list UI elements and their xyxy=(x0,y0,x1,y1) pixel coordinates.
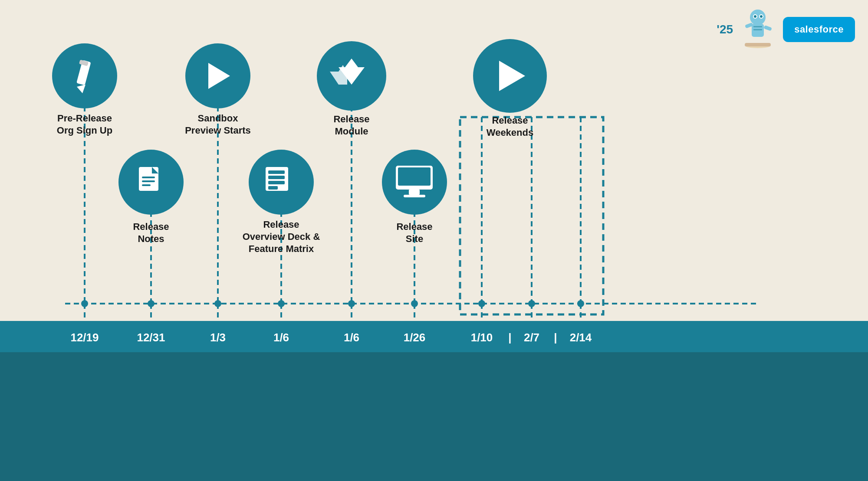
svg-text:Sandbox: Sandbox xyxy=(198,113,239,124)
salesforce-logo: salesforce xyxy=(783,17,855,42)
year-badge: '25 xyxy=(717,23,733,36)
svg-text:1/3: 1/3 xyxy=(210,331,226,344)
svg-text:12/19: 12/19 xyxy=(70,331,99,344)
svg-text:1/6: 1/6 xyxy=(344,331,359,344)
svg-rect-98 xyxy=(0,321,868,352)
svg-text:|: | xyxy=(554,331,557,344)
timeline-svg: .milestone-label { font-family: Arial, s… xyxy=(0,0,868,481)
svg-rect-35 xyxy=(142,177,155,178)
svg-rect-55 xyxy=(268,176,285,179)
svg-text:Weekends: Weekends xyxy=(487,127,533,138)
svg-text:1/10: 1/10 xyxy=(471,331,493,344)
svg-rect-36 xyxy=(142,180,155,182)
svg-rect-54 xyxy=(268,170,285,174)
svg-rect-78 xyxy=(404,195,425,197)
svg-text:1/6: 1/6 xyxy=(273,331,289,344)
svg-text:Release: Release xyxy=(333,114,369,124)
astro-character xyxy=(740,9,776,50)
svg-text:2/14: 2/14 xyxy=(570,331,592,344)
svg-text:Release: Release xyxy=(133,221,169,232)
svg-text:Notes: Notes xyxy=(138,233,164,244)
svg-rect-16 xyxy=(763,25,772,31)
svg-text:Site: Site xyxy=(406,233,423,244)
svg-text:Feature Matrix: Feature Matrix xyxy=(249,243,314,254)
svg-rect-37 xyxy=(142,184,151,186)
svg-rect-14 xyxy=(753,29,762,30)
svg-text:Overview Deck &: Overview Deck & xyxy=(243,231,320,242)
svg-text:Release: Release xyxy=(396,221,432,232)
svg-text:Release: Release xyxy=(263,219,299,230)
svg-rect-76 xyxy=(398,167,431,186)
svg-point-5 xyxy=(750,10,766,25)
svg-point-9 xyxy=(754,15,756,18)
svg-text:Preview Starts: Preview Starts xyxy=(185,125,251,136)
svg-text:12/31: 12/31 xyxy=(137,331,165,344)
svg-text:Org Sign Up: Org Sign Up xyxy=(57,125,112,136)
svg-text:1/26: 1/26 xyxy=(404,331,426,344)
svg-rect-77 xyxy=(409,190,420,195)
svg-rect-57 xyxy=(268,186,278,190)
svg-rect-110 xyxy=(0,352,868,481)
svg-text:|: | xyxy=(508,331,511,344)
svg-point-10 xyxy=(760,15,763,18)
svg-text:2/7: 2/7 xyxy=(524,331,539,344)
branding-area: '25 salesforce xyxy=(717,9,855,50)
svg-text:Module: Module xyxy=(335,126,368,137)
svg-rect-56 xyxy=(268,181,285,184)
svg-rect-13 xyxy=(753,26,762,27)
svg-rect-12 xyxy=(745,43,771,46)
svg-text:Release: Release xyxy=(492,115,528,126)
svg-text:Pre-Release: Pre-Release xyxy=(57,113,112,124)
